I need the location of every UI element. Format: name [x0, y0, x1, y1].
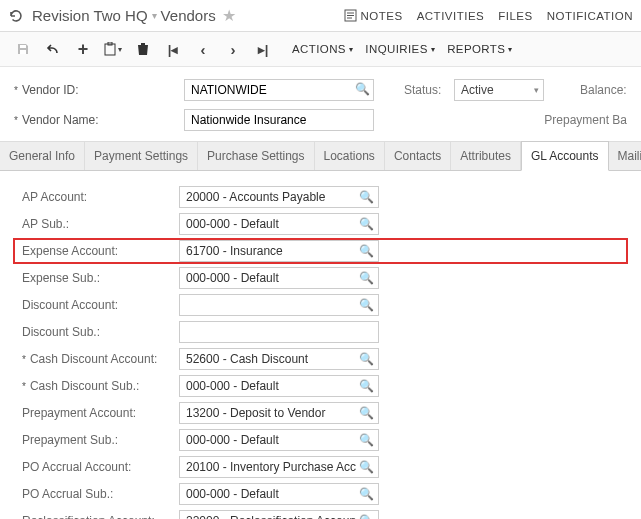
vendor-id-label: Vendor ID:	[22, 83, 79, 97]
lookup-icon[interactable]: 🔍	[359, 406, 374, 420]
po-accrual-sub-label: PO Accrual Sub.:	[22, 487, 113, 501]
lookup-icon[interactable]: 🔍	[359, 298, 374, 312]
vendor-id-input[interactable]	[184, 79, 374, 101]
lookup-icon[interactable]: 🔍	[359, 244, 374, 258]
svg-rect-2	[20, 50, 26, 54]
reclass-account-label: Reclassification Account:	[22, 514, 155, 519]
prepayment-sub-label: Prepayment Sub.:	[22, 433, 118, 447]
po-accrual-account-input[interactable]	[179, 456, 379, 478]
lookup-icon[interactable]: 🔍	[359, 433, 374, 447]
vendor-name-input[interactable]	[184, 109, 374, 131]
po-accrual-sub-input[interactable]	[179, 483, 379, 505]
lookup-icon[interactable]: 🔍	[359, 271, 374, 285]
status-select[interactable]: Active ▾	[454, 79, 544, 101]
prepayment-sub-input[interactable]	[179, 429, 379, 451]
discount-account-input[interactable]	[179, 294, 379, 316]
next-icon[interactable]: ›	[220, 38, 246, 60]
actions-menu[interactable]: ACTIONS▾	[292, 43, 353, 55]
lookup-icon[interactable]: 🔍	[359, 460, 374, 474]
expense-account-input[interactable]	[179, 240, 379, 262]
tab-general[interactable]: General Info	[0, 141, 85, 170]
vendor-name-label: Vendor Name:	[22, 113, 99, 127]
first-icon[interactable]: |◂	[160, 38, 186, 60]
toolbar: + ▾ |◂ ‹ › ▸| ACTIONS▾ INQUIRIES▾ REPORT…	[0, 32, 641, 67]
lookup-icon[interactable]: 🔍	[359, 217, 374, 231]
lookup-icon[interactable]: 🔍	[359, 487, 374, 501]
discount-sub-input[interactable]	[179, 321, 379, 343]
chevron-down-icon[interactable]: ▾	[152, 10, 157, 21]
gl-accounts-form: AP Account: 🔍 AP Sub.: 🔍 Expense Account…	[0, 171, 641, 519]
breadcrumb-company[interactable]: Revision Two HQ	[32, 7, 148, 24]
notifications-link[interactable]: NOTIFICATION	[547, 10, 633, 22]
discount-sub-label: Discount Sub.:	[22, 325, 100, 339]
po-accrual-account-label: PO Accrual Account:	[22, 460, 131, 474]
clipboard-icon[interactable]: ▾	[100, 38, 126, 60]
cash-discount-account-label: Cash Discount Account:	[30, 352, 157, 366]
lookup-icon[interactable]: 🔍	[359, 514, 374, 519]
header-bar: Revision Two HQ ▾ Vendors ★ NOTES ACTIVI…	[0, 0, 641, 32]
refresh-icon[interactable]	[8, 8, 24, 24]
prev-icon[interactable]: ‹	[190, 38, 216, 60]
star-icon[interactable]: ★	[222, 6, 236, 25]
expense-account-row: Expense Account: 🔍	[14, 239, 627, 263]
files-link[interactable]: FILES	[498, 10, 532, 22]
ap-sub-input[interactable]	[179, 213, 379, 235]
breadcrumb: Revision Two HQ ▾ Vendors	[32, 7, 216, 24]
ap-sub-label: AP Sub.:	[22, 217, 69, 231]
lookup-icon[interactable]: 🔍	[355, 82, 370, 96]
svg-rect-3	[105, 44, 115, 55]
save-icon[interactable]	[10, 38, 36, 60]
reports-menu[interactable]: REPORTS▾	[447, 43, 513, 55]
lookup-icon[interactable]: 🔍	[359, 352, 374, 366]
undo-icon[interactable]	[40, 38, 66, 60]
chevron-down-icon: ▾	[534, 85, 539, 95]
prepayment-balance-label: Prepayment Ba	[544, 113, 627, 127]
tab-attributes[interactable]: Attributes	[451, 141, 521, 170]
prepayment-account-input[interactable]	[179, 402, 379, 424]
cash-discount-account-input[interactable]	[179, 348, 379, 370]
lookup-icon[interactable]: 🔍	[359, 379, 374, 393]
prepayment-account-label: Prepayment Account:	[22, 406, 136, 420]
balance-label: Balance:	[580, 83, 627, 97]
last-icon[interactable]: ▸|	[250, 38, 276, 60]
summary-panel: *Vendor ID: 🔍 Status: Active ▾ Balance: …	[0, 67, 641, 141]
breadcrumb-module[interactable]: Vendors	[161, 7, 216, 24]
status-label: Status:	[404, 83, 454, 97]
tab-mailing[interactable]: Mailing Settings	[609, 141, 641, 170]
ap-account-input[interactable]	[179, 186, 379, 208]
tab-purchase[interactable]: Purchase Settings	[198, 141, 314, 170]
activities-link[interactable]: ACTIVITIES	[417, 10, 485, 22]
expense-sub-label: Expense Sub.:	[22, 271, 100, 285]
tab-payment[interactable]: Payment Settings	[85, 141, 198, 170]
tab-locations[interactable]: Locations	[315, 141, 385, 170]
ap-account-label: AP Account:	[22, 190, 87, 204]
tab-bar: General Info Payment Settings Purchase S…	[0, 141, 641, 171]
reclass-account-input[interactable]	[179, 510, 379, 519]
tab-contacts[interactable]: Contacts	[385, 141, 451, 170]
cash-discount-sub-label: Cash Discount Sub.:	[30, 379, 139, 393]
inquiries-menu[interactable]: INQUIRIES▾	[365, 43, 435, 55]
tab-gl-accounts[interactable]: GL Accounts	[521, 141, 609, 171]
discount-account-label: Discount Account:	[22, 298, 118, 312]
add-icon[interactable]: +	[70, 38, 96, 60]
cash-discount-sub-input[interactable]	[179, 375, 379, 397]
notes-link[interactable]: NOTES	[344, 9, 403, 22]
notes-icon	[344, 9, 357, 22]
delete-icon[interactable]	[130, 38, 156, 60]
svg-rect-1	[20, 45, 26, 48]
expense-account-label: Expense Account:	[22, 244, 118, 258]
lookup-icon[interactable]: 🔍	[359, 190, 374, 204]
expense-sub-input[interactable]	[179, 267, 379, 289]
